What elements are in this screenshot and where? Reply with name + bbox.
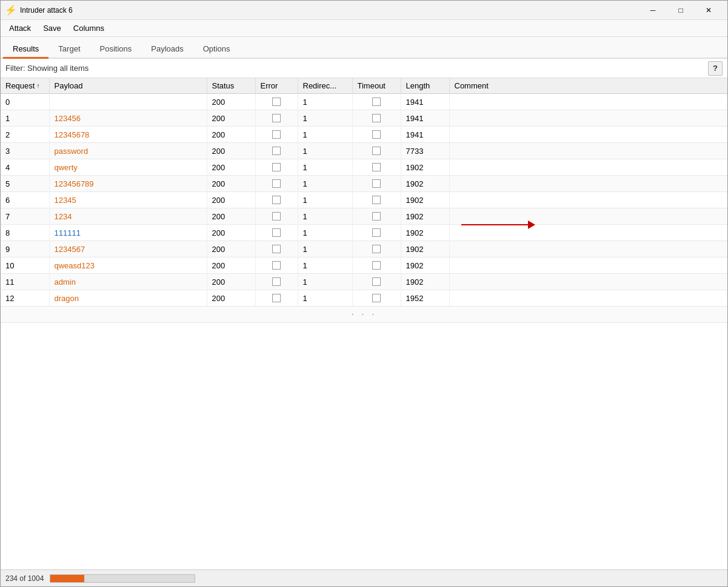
table-row[interactable]: 12dragon20011952 [1, 290, 727, 307]
cell-status: 200 [207, 274, 255, 290]
cell-comment [449, 143, 727, 159]
cell-comment [449, 208, 727, 225]
cell-redirect: 1 [298, 94, 352, 110]
table-header-row: Request ↑ Payload Status Error Redirec..… [1, 78, 727, 94]
cell-redirect: 1 [298, 225, 352, 241]
cell-error [255, 127, 298, 143]
tab-payloads[interactable]: Payloads [141, 41, 193, 59]
col-header-payload[interactable]: Payload [49, 78, 207, 94]
cell-status: 200 [207, 208, 255, 225]
progress-bar-container [50, 574, 195, 583]
cell-length: 1941 [401, 110, 449, 127]
cell-status: 200 [207, 290, 255, 307]
cell-redirect: 1 [298, 143, 352, 159]
cell-request: 0 [1, 94, 49, 110]
menu-bar: Attack Save Columns [1, 20, 727, 37]
table-row[interactable]: 020011941 [1, 94, 727, 110]
cell-error [255, 110, 298, 127]
cell-redirect: 1 [298, 274, 352, 290]
table-row[interactable]: 512345678920011902 [1, 176, 727, 192]
col-header-length[interactable]: Length [401, 78, 449, 94]
cell-payload: admin [49, 274, 207, 290]
table-row[interactable]: 9123456720011902 [1, 241, 727, 257]
cell-error [255, 257, 298, 274]
cell-request: 11 [1, 274, 49, 290]
table-row[interactable]: 3password20017733 [1, 143, 727, 159]
cell-timeout [352, 225, 401, 241]
cell-redirect: 1 [298, 257, 352, 274]
cell-length: 1941 [401, 94, 449, 110]
table-row[interactable]: 112345620011941 [1, 110, 727, 127]
cell-comment [449, 159, 727, 176]
tab-results[interactable]: Results [3, 41, 48, 59]
cell-comment [449, 257, 727, 274]
menu-attack[interactable]: Attack [3, 22, 37, 34]
table-row[interactable]: 21234567820011941 [1, 127, 727, 143]
cell-status: 200 [207, 127, 255, 143]
col-header-timeout[interactable]: Timeout [352, 78, 401, 94]
col-header-comment[interactable]: Comment [449, 78, 727, 94]
cell-redirect: 1 [298, 192, 352, 208]
tab-target[interactable]: Target [48, 41, 90, 59]
cell-length: 7733 [401, 143, 449, 159]
cell-redirect: 1 [298, 159, 352, 176]
minimize-button[interactable]: ─ [639, 1, 667, 20]
cell-status: 200 [207, 176, 255, 192]
tab-positions[interactable]: Positions [90, 41, 142, 59]
cell-length: 1902 [401, 192, 449, 208]
cell-error [255, 225, 298, 241]
close-button[interactable]: ✕ [695, 1, 723, 20]
cell-comment [449, 290, 727, 307]
menu-save[interactable]: Save [37, 22, 67, 34]
table-row[interactable]: 4qwerty20011902 [1, 159, 727, 176]
cell-payload: 123456 [49, 110, 207, 127]
cell-request: 5 [1, 176, 49, 192]
cell-timeout [352, 241, 401, 257]
table-row[interactable]: 11admin20011902 [1, 274, 727, 290]
status-bar: 234 of 1004 [1, 569, 727, 586]
col-header-status[interactable]: Status [207, 78, 255, 94]
cell-payload: qweasd123 [49, 257, 207, 274]
cell-payload: 1234567 [49, 241, 207, 257]
progress-bar-fill [50, 575, 84, 582]
cell-length: 1952 [401, 290, 449, 307]
table-row[interactable]: 61234520011902 [1, 192, 727, 208]
cell-length: 1941 [401, 127, 449, 143]
cell-request: 2 [1, 127, 49, 143]
cell-length: 1902 [401, 225, 449, 241]
cell-request: 10 [1, 257, 49, 274]
cell-payload: 111111 [49, 225, 207, 241]
cell-error [255, 192, 298, 208]
cell-status: 200 [207, 110, 255, 127]
window-controls: ─ □ ✕ [639, 1, 723, 20]
cell-payload: 12345 [49, 192, 207, 208]
cell-comment [449, 110, 727, 127]
cell-status: 200 [207, 94, 255, 110]
col-header-error[interactable]: Error [255, 78, 298, 94]
table-row[interactable]: 7123420011902 [1, 208, 727, 225]
col-header-redirect[interactable]: Redirec... [298, 78, 352, 94]
cell-comment [449, 127, 727, 143]
cell-timeout [352, 110, 401, 127]
cell-payload: 123456789 [49, 176, 207, 192]
cell-timeout [352, 94, 401, 110]
results-table-container: Request ↑ Payload Status Error Redirec..… [1, 78, 727, 569]
menu-columns[interactable]: Columns [67, 22, 110, 34]
cell-request: 3 [1, 143, 49, 159]
tab-options[interactable]: Options [193, 41, 240, 59]
table-row[interactable]: 10qweasd12320011902 [1, 257, 727, 274]
tabs-bar: Results Target Positions Payloads Option… [1, 37, 727, 59]
cell-redirect: 1 [298, 208, 352, 225]
cell-redirect: 1 [298, 176, 352, 192]
maximize-button[interactable]: □ [667, 1, 695, 20]
table-wrapper: Request ↑ Payload Status Error Redirec..… [1, 78, 727, 323]
cell-error [255, 274, 298, 290]
main-window: ⚡ Intruder attack 6 ─ □ ✕ Attack Save Co… [0, 0, 728, 587]
help-button[interactable]: ? [708, 61, 723, 76]
window-title: Intruder attack 6 [20, 6, 639, 15]
cell-comment [449, 94, 727, 110]
table-row[interactable]: 811111120011902 [1, 225, 727, 241]
col-header-request[interactable]: Request ↑ [1, 78, 49, 94]
cell-timeout [352, 127, 401, 143]
cell-error [255, 290, 298, 307]
